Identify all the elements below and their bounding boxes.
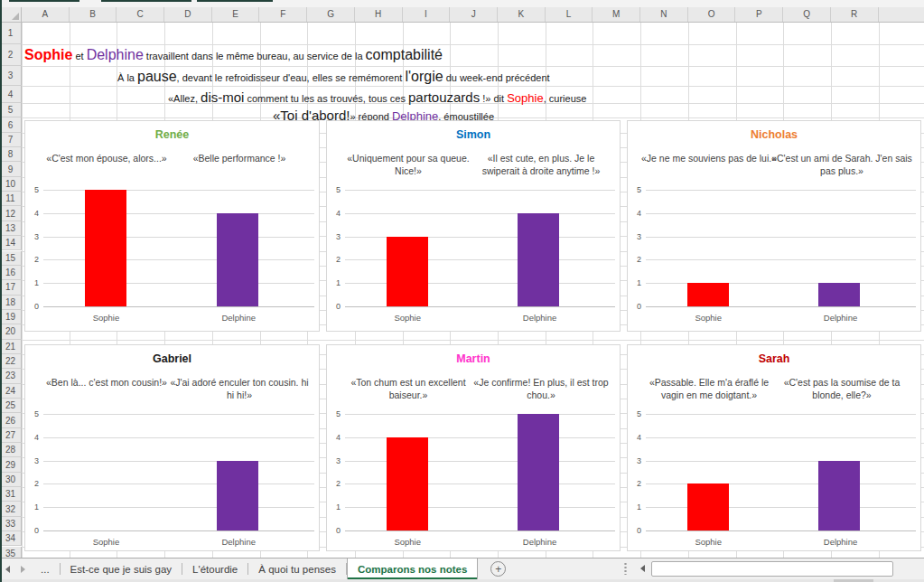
column-header-K[interactable]: K <box>498 7 546 22</box>
chart-renee[interactable]: Renée«C'est mon épouse, alors...»«Belle … <box>24 120 320 332</box>
row-header-2[interactable]: 2 <box>0 44 22 66</box>
row-header-20[interactable]: 20 <box>0 324 22 339</box>
y-axis-tick: 5 <box>25 409 39 418</box>
sheet-tab-letourdie[interactable]: L'étourdie <box>182 559 247 579</box>
column-header-L[interactable]: L <box>546 7 593 22</box>
row-header-8[interactable]: 8 <box>0 147 22 162</box>
bar-delphine[interactable] <box>518 213 559 306</box>
bar-delphine[interactable] <box>217 461 258 530</box>
row-header-4[interactable]: 4 <box>0 86 22 103</box>
row-header-21[interactable]: 21 <box>0 340 22 354</box>
new-sheet-button[interactable]: + <box>490 561 506 577</box>
bar-sophie[interactable] <box>85 190 126 306</box>
row-header-18[interactable]: 18 <box>0 296 22 310</box>
row-header-31[interactable]: 31 <box>0 487 22 502</box>
y-axis-tick: 2 <box>25 255 39 264</box>
row-header-7[interactable]: 7 <box>0 133 22 147</box>
column-header-O[interactable]: O <box>688 7 736 22</box>
row-header-12[interactable]: 12 <box>0 206 22 221</box>
sheet-tab-estcequejesuisgay[interactable]: Est-ce que je suis gay <box>61 559 182 579</box>
row-header-1[interactable]: 1 <box>0 23 22 44</box>
chart-gabriel[interactable]: Gabriel«Ben là... c'est mon cousin!»«J'a… <box>24 344 320 551</box>
gridline <box>646 414 916 415</box>
column-header-D[interactable]: D <box>164 7 212 22</box>
column-header-R[interactable]: R <box>831 7 879 22</box>
row-header-24[interactable]: 24 <box>0 384 22 399</box>
column-header-N[interactable]: N <box>640 7 688 22</box>
chart-title: Renée <box>25 128 319 141</box>
sheet-tab-comparonsnosnotes[interactable]: Comparons nos notes <box>347 559 478 579</box>
bar-delphine[interactable] <box>818 283 860 306</box>
sheet-grid[interactable]: 1234567891011121314151617181920212223242… <box>0 23 924 558</box>
row-header-34[interactable]: 34 <box>0 531 22 546</box>
column-header-C[interactable]: C <box>117 7 164 22</box>
bar-sophie[interactable] <box>687 483 729 530</box>
row-header-11[interactable]: 11 <box>0 192 22 206</box>
row-header-25[interactable]: 25 <box>0 399 22 413</box>
scrollbar-track[interactable] <box>649 561 923 577</box>
y-axis-tick: 4 <box>327 209 341 218</box>
row-header-19[interactable]: 19 <box>0 310 22 324</box>
bar-delphine[interactable] <box>518 414 559 530</box>
row-header-32[interactable]: 32 <box>0 502 22 516</box>
chart-simon[interactable]: Simon«Uniquement pour sa queue. Nice!»«I… <box>326 120 621 332</box>
row-header-30[interactable]: 30 <box>0 473 22 487</box>
column-header-J[interactable]: J <box>450 7 498 22</box>
bar-delphine[interactable] <box>818 461 860 530</box>
row-header-3[interactable]: 3 <box>0 66 22 86</box>
tab-nav-left-button[interactable] <box>0 559 15 579</box>
sheet-tab-aquoitupenses[interactable]: À quoi tu penses <box>248 559 346 579</box>
bar-sophie[interactable] <box>387 237 428 306</box>
tab-nav-right-button[interactable] <box>15 559 31 579</box>
column-header-F[interactable]: F <box>260 7 308 22</box>
scroll-left-button[interactable] <box>636 561 649 577</box>
row-header-10[interactable]: 10 <box>0 177 22 192</box>
row-header-17[interactable]: 17 <box>0 280 22 295</box>
tab-overflow[interactable]: ... <box>31 559 60 579</box>
select-all-corner[interactable] <box>0 7 22 23</box>
story-line-1[interactable]: Sophie et Delphine travaillent dans le m… <box>24 47 443 63</box>
column-header-A[interactable]: A <box>22 7 70 22</box>
bar-sophie[interactable] <box>387 437 428 530</box>
chart-nicholas[interactable]: Nicholas«Je ne me souviens pas de lui.»«… <box>627 120 921 332</box>
chart-sarah[interactable]: Sarah«Passable. Elle m'a éraflé le vagin… <box>627 344 921 551</box>
row-header-23[interactable]: 23 <box>0 369 22 383</box>
y-axis-tick: 4 <box>25 209 39 218</box>
story-text-segment: Sophie <box>24 47 72 63</box>
y-axis-tick: 0 <box>628 302 641 311</box>
row-header-27[interactable]: 27 <box>0 428 22 443</box>
row-header-33[interactable]: 33 <box>0 517 22 531</box>
y-axis-tick: 3 <box>25 456 39 465</box>
column-header-P[interactable]: P <box>736 7 784 22</box>
column-header-H[interactable]: H <box>355 7 403 22</box>
column-header-G[interactable]: G <box>307 7 355 22</box>
plot-area <box>43 190 314 306</box>
row-header-14[interactable]: 14 <box>0 236 22 250</box>
bar-sophie[interactable] <box>687 283 729 306</box>
row-header-29[interactable]: 29 <box>0 457 22 472</box>
row-header-5[interactable]: 5 <box>0 103 22 117</box>
row-header-9[interactable]: 9 <box>0 162 22 176</box>
chart-martin[interactable]: Martin«Ton chum est un excellent baiseur… <box>326 344 621 551</box>
column-header-M[interactable]: M <box>593 7 640 22</box>
story-line-3[interactable]: «Allez, dis-moi comment tu les as trouvé… <box>168 89 586 105</box>
column-header-B[interactable]: B <box>70 7 117 22</box>
row-header-15[interactable]: 15 <box>0 251 22 266</box>
tab-splitter-grip[interactable] <box>623 562 628 575</box>
column-header-E[interactable]: E <box>212 7 260 22</box>
row-header-13[interactable]: 13 <box>0 221 22 236</box>
row-header-26[interactable]: 26 <box>0 413 22 427</box>
row-header-35[interactable]: 35 <box>0 547 22 559</box>
row-header-6[interactable]: 6 <box>0 117 22 132</box>
y-axis-tick: 3 <box>628 232 641 241</box>
row-header-16[interactable]: 16 <box>0 266 22 280</box>
story-line-2[interactable]: À la pause, devant le refroidisseur d'ea… <box>117 69 550 85</box>
y-axis-tick: 1 <box>327 502 341 512</box>
chevron-left-icon <box>5 566 10 573</box>
row-header-28[interactable]: 28 <box>0 443 22 457</box>
scrollbar-thumb[interactable] <box>651 561 893 577</box>
column-header-Q[interactable]: Q <box>783 7 831 22</box>
bar-delphine[interactable] <box>217 213 258 306</box>
column-header-I[interactable]: I <box>403 7 451 22</box>
row-header-22[interactable]: 22 <box>0 354 22 369</box>
